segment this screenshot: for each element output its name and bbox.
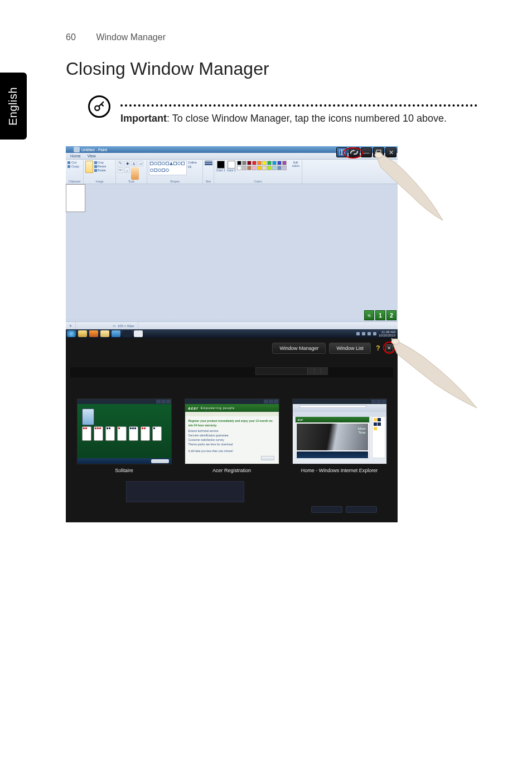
picker-tool[interactable]: ✑ [118, 167, 123, 173]
color-swatch[interactable] [237, 161, 241, 165]
resize-button[interactable]: Resize [94, 165, 106, 168]
clipboard-label: Clipboard [67, 180, 81, 184]
language-label: English [7, 87, 20, 125]
thumb-max-icon [376, 400, 381, 403]
color-swatch[interactable] [262, 161, 267, 165]
fill-tool[interactable]: ◆ [124, 161, 130, 166]
ie-toolbar [293, 404, 386, 412]
color-swatch[interactable] [277, 166, 282, 170]
tray-sound-icon[interactable] [367, 332, 371, 335]
color-swatch[interactable] [252, 161, 257, 165]
color-swatch[interactable] [247, 161, 252, 165]
tray-network-icon[interactable] [362, 332, 365, 335]
acer-reg-body: acer Empowering people Register your pro… [185, 404, 279, 464]
layout-icon[interactable] [336, 147, 347, 157]
color-swatch[interactable] [262, 166, 267, 170]
color-swatch[interactable] [267, 161, 272, 165]
thumb-titlebar [185, 399, 279, 404]
color-swatch[interactable] [242, 161, 246, 165]
image-label: Image [85, 180, 114, 184]
pencil-tool[interactable]: ✎ [118, 161, 123, 166]
color-palette[interactable] [237, 161, 290, 170]
color-swatch[interactable] [242, 166, 246, 170]
ie-page: acer More Time [295, 416, 370, 458]
size-button[interactable] [205, 161, 212, 165]
help-icon[interactable]: ? [374, 344, 382, 352]
zoom-half-button[interactable]: ½ [364, 310, 374, 320]
color1-button[interactable]: Color 1 [216, 161, 225, 173]
copy-button[interactable]: Copy [67, 165, 81, 168]
thumb-titlebar [78, 399, 171, 404]
ribbon-group-colors: Color 1 Color 2 Edit colors Colors [214, 160, 302, 184]
ie-nav-strip [297, 451, 368, 458]
color-swatch[interactable] [252, 166, 257, 170]
tab-view[interactable]: View [88, 154, 96, 158]
shape-gallery[interactable] [149, 161, 187, 175]
cut-button[interactable]: Cut [67, 161, 81, 164]
brushes-button[interactable] [131, 167, 139, 180]
fill-button[interactable]: Fill [188, 165, 197, 169]
tab-window-manager[interactable]: Window Manager [272, 343, 326, 354]
eraser-tool[interactable]: ▱ [138, 161, 143, 166]
taskbar-paint-icon[interactable] [100, 330, 109, 337]
taskbar-app2-icon[interactable] [123, 330, 132, 337]
thumb-titlebar [293, 399, 386, 404]
solitaire-table [78, 404, 171, 464]
paint-app-window: Untitled - Paint Home View Cut Copy Clip… [66, 146, 398, 329]
acer-banner: acer Empowering people [185, 404, 279, 412]
wm-close-button[interactable]: ✕ [385, 344, 393, 352]
canvas-area[interactable] [66, 184, 398, 319]
zoom-2x-button[interactable]: 2 [386, 310, 396, 320]
color-swatch[interactable] [267, 166, 272, 170]
thumb-close-icon [166, 400, 171, 403]
acer-subbar [185, 412, 279, 416]
select-button[interactable] [85, 161, 93, 173]
dim-bottom-bar [226, 506, 377, 513]
edit-colors-button[interactable]: Edit colors [292, 161, 300, 167]
text-tool[interactable]: A [131, 161, 137, 166]
dim-background-strip [70, 367, 393, 377]
taskbar-app-icon[interactable] [112, 330, 120, 337]
color-swatch[interactable] [257, 166, 262, 170]
taskbar-ie-icon[interactable] [67, 330, 76, 337]
tab-window-list[interactable]: Window List [329, 343, 371, 354]
cut-icon [67, 161, 70, 164]
qat-dropdown[interactable] [74, 147, 80, 152]
color-swatch[interactable] [282, 166, 287, 170]
tray-flag-icon[interactable] [356, 332, 360, 335]
dim-dialog [126, 481, 244, 502]
color-swatch[interactable] [272, 161, 277, 165]
pointer-hand-bottom [390, 338, 480, 411]
outline-button[interactable]: Outline [188, 161, 197, 164]
color-swatch[interactable] [257, 161, 262, 165]
rotate-button[interactable]: Rotate [94, 169, 106, 172]
thumb-max-icon [161, 400, 166, 403]
color-swatch[interactable] [272, 166, 277, 170]
tray-power-icon[interactable] [373, 332, 376, 335]
thumb-internet-explorer[interactable]: acer More Time [292, 398, 387, 473]
window-manager-panel: Window Manager Window List ? ✕ [66, 338, 398, 522]
color-swatch[interactable] [247, 166, 252, 170]
canvas[interactable] [66, 184, 85, 212]
app-title: Untitled - Paint [81, 148, 107, 152]
color-swatch[interactable] [282, 161, 287, 165]
dim-min-icon [307, 368, 314, 374]
taskbar-app3-icon[interactable] [134, 330, 143, 337]
color2-button[interactable]: Color 2 [226, 161, 236, 173]
color-swatch[interactable] [277, 161, 282, 165]
link-icon[interactable] [349, 147, 360, 157]
crop-button[interactable]: Crop [94, 161, 106, 164]
taskbar-media-icon[interactable] [89, 330, 98, 337]
taskbar: 11:28 AM 10/20/2010 [66, 329, 398, 338]
statusbar: ✛ ▭ 105 × 93px [66, 321, 398, 329]
tab-home[interactable]: Home [70, 154, 81, 158]
color-swatch[interactable] [237, 166, 241, 170]
zoom-1x-button[interactable]: 1 [375, 310, 385, 320]
tray-clock[interactable]: 11:28 AM 10/20/2010 [379, 330, 395, 337]
page-title: Closing Window Manager [66, 59, 269, 79]
taskbar-explorer-icon[interactable] [78, 330, 87, 337]
minimize-icon[interactable]: — [361, 147, 372, 157]
thumb-acer-registration[interactable]: acer Empowering people Register your pro… [185, 398, 279, 473]
thumb-solitaire[interactable]: Solitaire [77, 398, 172, 473]
zoom-tool[interactable]: ⌕ [124, 167, 130, 173]
